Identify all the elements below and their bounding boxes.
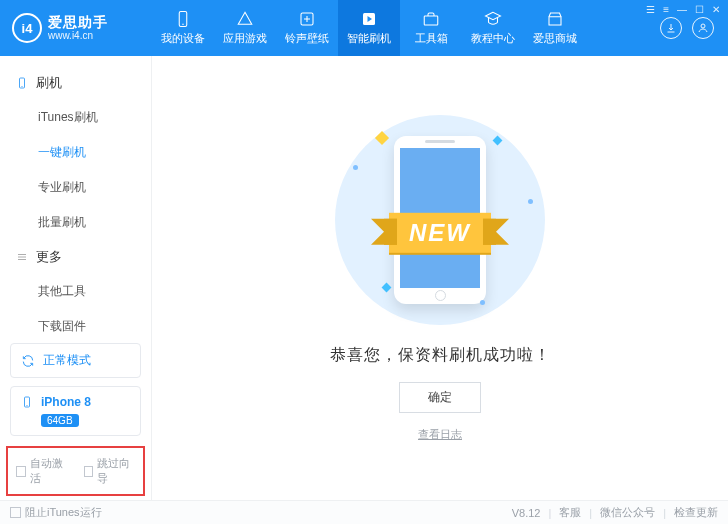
view-log-link[interactable]: 查看日志 [418,427,462,442]
version-label: V8.12 [512,507,541,519]
svg-point-5 [701,24,705,28]
user-icon[interactable] [692,17,714,39]
option-checkbox[interactable]: 跳过向导 [84,456,136,486]
dot-icon [353,165,358,170]
sidebar-item[interactable]: 其他工具 [0,274,151,309]
brand-name: 爱思助手 [48,14,108,30]
sidebar-group-title: 刷机 [36,74,62,92]
nav-label: 教程中心 [471,31,515,46]
nav-toolbox[interactable]: 工具箱 [400,0,462,56]
option-checkbox[interactable]: 自动激活 [16,456,68,486]
phone-icon [21,395,33,409]
window-control[interactable]: — [677,4,687,15]
menu-icon [16,251,28,263]
apps-icon [235,10,255,28]
device-name: iPhone 8 [41,395,91,409]
footer-link[interactable]: 检查更新 [674,505,718,520]
download-icon[interactable] [660,17,682,39]
ok-button[interactable]: 确定 [399,382,481,413]
block-itunes-checkbox[interactable]: 阻止iTunes运行 [10,505,102,520]
nav-label: 智能刷机 [347,31,391,46]
toolbox-icon [421,10,441,28]
main-pane: NEW 恭喜您，保资料刷机成功啦！ 确定 查看日志 [152,56,728,500]
sidebar-item[interactable]: 批量刷机 [0,205,151,240]
nav-label: 我的设备 [161,31,205,46]
nav-label: 应用游戏 [223,31,267,46]
option-label: 自动激活 [30,456,68,486]
nav-media[interactable]: 铃声壁纸 [276,0,338,56]
svg-rect-4 [424,16,438,25]
tutorial-icon [483,10,503,28]
highlighted-options: 自动激活跳过向导 [6,446,145,496]
nav-label: 工具箱 [415,31,448,46]
new-ribbon: NEW [389,212,491,252]
sidebar-group-title: 更多 [36,248,62,266]
sparkle-icon [493,135,503,145]
sidebar: 刷机iTunes刷机一键刷机专业刷机批量刷机更多其他工具下载固件高级功能 正常模… [0,56,152,500]
success-message: 恭喜您，保资料刷机成功啦！ [330,345,551,366]
option-label: 跳过向导 [97,456,135,486]
sidebar-group-header[interactable]: 刷机 [0,66,151,100]
dot-icon [480,300,485,305]
sparkle-icon [382,282,392,292]
refresh-icon [21,354,35,368]
dot-icon [528,199,533,204]
block-itunes-label: 阻止iTunes运行 [25,505,102,520]
nav-device[interactable]: 我的设备 [152,0,214,56]
nav-tutorial[interactable]: 教程中心 [462,0,524,56]
brand-url: www.i4.cn [48,30,108,42]
window-controls: ☰≡—☐✕ [646,4,720,15]
nav-store[interactable]: 爱思商城 [524,0,586,56]
header: i4 爱思助手 www.i4.cn 我的设备应用游戏铃声壁纸智能刷机工具箱教程中… [0,0,728,56]
logo-icon: i4 [12,13,42,43]
footer-link[interactable]: 微信公众号 [600,505,655,520]
window-control[interactable]: ≡ [663,4,669,15]
sidebar-item[interactable]: 下载固件 [0,309,151,335]
window-control[interactable]: ✕ [712,4,720,15]
sidebar-item[interactable]: 专业刷机 [0,170,151,205]
footer-link[interactable]: 客服 [559,505,581,520]
device-box[interactable]: iPhone 8 64GB [10,386,141,436]
sidebar-item[interactable]: 一键刷机 [0,135,151,170]
success-illustration: NEW [335,115,545,325]
media-icon [297,10,317,28]
mode-label: 正常模式 [43,352,91,369]
phone-icon [16,77,28,89]
sparkle-icon [375,130,389,144]
store-icon [545,10,565,28]
nav-apps[interactable]: 应用游戏 [214,0,276,56]
mode-box[interactable]: 正常模式 [10,343,141,378]
nav-flash[interactable]: 智能刷机 [338,0,400,56]
nav-label: 铃声壁纸 [285,31,329,46]
window-control[interactable]: ☐ [695,4,704,15]
nav-label: 爱思商城 [533,31,577,46]
sidebar-item[interactable]: iTunes刷机 [0,100,151,135]
window-control[interactable]: ☰ [646,4,655,15]
footer: 阻止iTunes运行 V8.12 |客服|微信公众号|检查更新 [0,500,728,524]
flash-icon [359,10,379,28]
storage-badge: 64GB [41,414,79,427]
logo-zone: i4 爱思助手 www.i4.cn [0,0,152,56]
sidebar-group-header[interactable]: 更多 [0,240,151,274]
device-icon [173,10,193,28]
nav: 我的设备应用游戏铃声壁纸智能刷机工具箱教程中心爱思商城 [152,0,654,56]
